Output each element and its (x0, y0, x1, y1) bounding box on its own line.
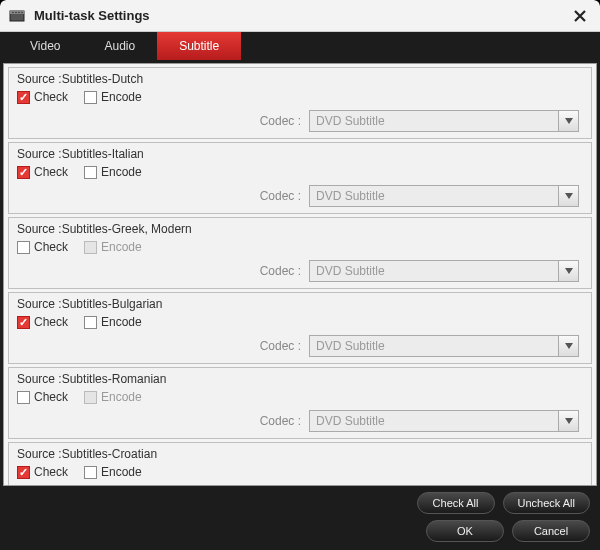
checkbox-row: Check Encode (17, 165, 583, 179)
codec-value: DVD Subtitle (316, 264, 385, 278)
subtitle-panel: Source :Subtitles-Dutch Check Encode Cod… (3, 63, 597, 486)
checkbox-row: Check Encode (17, 315, 583, 329)
codec-label: Codec : (260, 189, 301, 203)
tab-audio[interactable]: Audio (82, 32, 157, 60)
chevron-down-icon (558, 111, 578, 131)
codec-dropdown[interactable]: DVD Subtitle (309, 410, 579, 432)
chevron-down-icon (558, 261, 578, 281)
check-checkbox[interactable] (17, 166, 30, 179)
check-option[interactable]: Check (17, 465, 68, 479)
codec-dropdown[interactable]: DVD Subtitle (309, 335, 579, 357)
titlebar: Multi-task Settings (0, 0, 600, 32)
codec-label: Codec : (260, 339, 301, 353)
source-label: Source :Subtitles-Italian (17, 147, 583, 161)
source-label: Source :Subtitles-Romanian (17, 372, 583, 386)
encode-checkbox[interactable] (84, 91, 97, 104)
svg-point-5 (21, 11, 23, 13)
chevron-down-icon (558, 411, 578, 431)
encode-label: Encode (101, 465, 142, 479)
check-option[interactable]: Check (17, 315, 68, 329)
footer: Check All Uncheck All OK Cancel (0, 486, 600, 550)
codec-value: DVD Subtitle (316, 189, 385, 203)
codec-row: Codec : DVD Subtitle (17, 260, 583, 282)
cancel-button[interactable]: Cancel (512, 520, 590, 542)
codec-row: Codec : DVD Subtitle (17, 110, 583, 132)
svg-point-2 (12, 11, 14, 13)
check-all-button[interactable]: Check All (417, 492, 495, 514)
check-option[interactable]: Check (17, 240, 68, 254)
subtitle-group: Source :Subtitles-Greek, Modern Check En… (8, 217, 592, 289)
codec-label: Codec : (260, 114, 301, 128)
source-label: Source :Subtitles-Croatian (17, 447, 583, 461)
selection-buttons: Check All Uncheck All (417, 492, 590, 514)
encode-label: Encode (101, 165, 142, 179)
codec-row: Codec : DVD Subtitle (17, 410, 583, 432)
check-label: Check (34, 315, 68, 329)
codec-value: DVD Subtitle (316, 114, 385, 128)
tab-subtitle[interactable]: Subtitle (157, 32, 241, 60)
encode-checkbox (84, 391, 97, 404)
settings-window: Multi-task Settings Video Audio Subtitle… (0, 0, 600, 550)
check-checkbox[interactable] (17, 241, 30, 254)
encode-label: Encode (101, 315, 142, 329)
encode-label: Encode (101, 390, 142, 404)
codec-dropdown[interactable]: DVD Subtitle (309, 185, 579, 207)
content-area: Source :Subtitles-Dutch Check Encode Cod… (0, 60, 600, 486)
svg-point-3 (15, 11, 17, 13)
subtitle-group: Source :Subtitles-Croatian Check Encode … (8, 442, 592, 485)
codec-value: DVD Subtitle (316, 339, 385, 353)
chevron-down-icon (558, 186, 578, 206)
svg-point-4 (18, 11, 20, 13)
check-checkbox[interactable] (17, 391, 30, 404)
encode-label: Encode (101, 90, 142, 104)
subtitle-group: Source :Subtitles-Italian Check Encode C… (8, 142, 592, 214)
source-label: Source :Subtitles-Greek, Modern (17, 222, 583, 236)
encode-label: Encode (101, 240, 142, 254)
tab-bar: Video Audio Subtitle (0, 32, 600, 60)
checkbox-row: Check Encode (17, 90, 583, 104)
subtitle-group: Source :Subtitles-Romanian Check Encode … (8, 367, 592, 439)
check-checkbox[interactable] (17, 316, 30, 329)
checkbox-row: Check Encode (17, 240, 583, 254)
check-label: Check (34, 240, 68, 254)
codec-dropdown[interactable]: DVD Subtitle (309, 260, 579, 282)
ok-button[interactable]: OK (426, 520, 504, 542)
checkbox-row: Check Encode (17, 465, 583, 479)
subtitle-list[interactable]: Source :Subtitles-Dutch Check Encode Cod… (4, 64, 596, 485)
encode-option: Encode (84, 240, 142, 254)
subtitle-group: Source :Subtitles-Bulgarian Check Encode… (8, 292, 592, 364)
subtitle-group: Source :Subtitles-Dutch Check Encode Cod… (8, 67, 592, 139)
dialog-buttons: OK Cancel (426, 520, 590, 542)
encode-checkbox[interactable] (84, 316, 97, 329)
app-icon (8, 7, 26, 25)
encode-checkbox[interactable] (84, 466, 97, 479)
chevron-down-icon (558, 336, 578, 356)
close-button[interactable] (568, 4, 592, 28)
encode-option[interactable]: Encode (84, 165, 142, 179)
encode-option[interactable]: Encode (84, 465, 142, 479)
source-label: Source :Subtitles-Bulgarian (17, 297, 583, 311)
codec-row: Codec : DVD Subtitle (17, 185, 583, 207)
check-label: Check (34, 165, 68, 179)
encode-checkbox[interactable] (84, 166, 97, 179)
codec-label: Codec : (260, 264, 301, 278)
window-title: Multi-task Settings (34, 8, 568, 23)
check-option[interactable]: Check (17, 90, 68, 104)
source-label: Source :Subtitles-Dutch (17, 72, 583, 86)
checkbox-row: Check Encode (17, 390, 583, 404)
check-label: Check (34, 465, 68, 479)
uncheck-all-button[interactable]: Uncheck All (503, 492, 590, 514)
encode-option[interactable]: Encode (84, 90, 142, 104)
check-option[interactable]: Check (17, 390, 68, 404)
check-option[interactable]: Check (17, 165, 68, 179)
encode-checkbox (84, 241, 97, 254)
codec-value: DVD Subtitle (316, 414, 385, 428)
check-label: Check (34, 90, 68, 104)
codec-label: Codec : (260, 414, 301, 428)
codec-row: Codec : DVD Subtitle (17, 335, 583, 357)
codec-dropdown[interactable]: DVD Subtitle (309, 110, 579, 132)
encode-option[interactable]: Encode (84, 315, 142, 329)
check-checkbox[interactable] (17, 466, 30, 479)
tab-video[interactable]: Video (8, 32, 82, 60)
check-checkbox[interactable] (17, 91, 30, 104)
